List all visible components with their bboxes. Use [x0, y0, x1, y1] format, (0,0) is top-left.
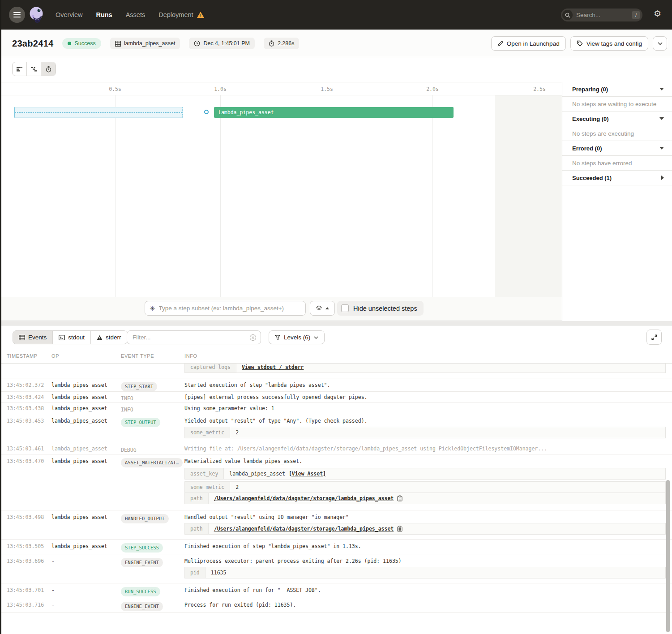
view-stdout-stderr-link[interactable]: View stdout / stderr: [242, 364, 304, 370]
settings-gear-icon[interactable]: ⚙: [654, 9, 661, 18]
chevron-down-icon: [659, 117, 664, 120]
step-status-sidebar: Preparing (0) No steps are waiting to ex…: [562, 82, 672, 321]
clear-filter-icon[interactable]: [249, 334, 257, 341]
expand-icon: [651, 334, 658, 341]
waterfall-view-button[interactable]: [27, 62, 41, 76]
log-timestamp: 13:45:03.696: [0, 554, 47, 583]
start-time-label: Dec 4, 1:45:01 PM: [203, 40, 250, 47]
axis-tick: 1.0s: [214, 86, 227, 92]
log-row[interactable]: 13:45:03.453 lambda_pipes_asset STEP_OUT…: [0, 414, 672, 443]
panel-divider[interactable]: [0, 321, 672, 326]
nav-item-overview[interactable]: Overview: [56, 11, 82, 18]
success-dot-icon: [68, 42, 71, 45]
metadata-entry: path /Users/alangenfeld/data/dagster/sto…: [184, 493, 666, 504]
metadata-entry: captured_logs View stdout / stderr: [184, 364, 666, 373]
log-row[interactable]: captured_logs View stdout / stderr: [0, 364, 672, 378]
log-row[interactable]: 13:45:03.505 lambda_pipes_asset STEP_SUC…: [0, 540, 672, 554]
sidebar-section-preparing[interactable]: Preparing (0): [562, 82, 672, 97]
graph-query-options-button[interactable]: [310, 301, 335, 316]
job-tag[interactable]: lambda_pipes_asset: [110, 38, 180, 49]
section-label: Errored (0): [572, 145, 602, 152]
log-row[interactable]: 13:45:03.701 - RUN_SUCCESS Finished exec…: [0, 583, 672, 598]
open-in-launchpad-button[interactable]: Open in Launchpad: [491, 36, 566, 51]
tab-stderr[interactable]: stderr: [91, 331, 127, 344]
log-timestamp: 13:45:03.453: [0, 414, 47, 443]
funnel-icon: [275, 335, 280, 340]
gantt-step-bar-label: lambda_pipes_asset: [218, 109, 274, 116]
tab-events[interactable]: Events: [13, 331, 53, 344]
nav-item-assets[interactable]: Assets: [126, 11, 146, 18]
after-run-shading: [495, 95, 562, 321]
dagster-logo-icon[interactable]: [28, 6, 45, 24]
log-row[interactable]: 13:45:03.696 - ENGINE_EVENT Multiprocess…: [0, 554, 672, 583]
log-row[interactable]: 13:45:03.438 lambda_pipes_asset INFO Usi…: [0, 403, 672, 414]
log-filter-input[interactable]: [133, 334, 249, 341]
path-link[interactable]: /Users/alangenfeld/data/dagster/storage/…: [214, 526, 394, 532]
log-filter-field[interactable]: [127, 330, 261, 344]
view-asset-link[interactable]: [View Asset]: [289, 471, 326, 477]
path-link[interactable]: /Users/alangenfeld/data/dagster/storage/…: [214, 495, 394, 501]
sidebar-section-errored[interactable]: Errored (0): [562, 141, 672, 156]
axis-tick: 2.5s: [533, 86, 546, 92]
log-timestamp: 13:45:03.461: [0, 443, 47, 454]
timed-view-button[interactable]: [41, 62, 56, 76]
tab-stdout[interactable]: stdout: [53, 331, 91, 344]
log-message: Handled output "result" using IO manager…: [184, 514, 666, 520]
flat-view-button[interactable]: [13, 62, 27, 76]
log-row[interactable]: 13:45:03.716 - ENGINE_EVENT Process for …: [0, 598, 672, 613]
log-fullscreen-button[interactable]: [646, 330, 662, 345]
event-type-badge: ASSET_MATERIALIZAT…: [121, 458, 183, 467]
chevron-down-icon: [659, 88, 664, 90]
copy-icon[interactable]: [397, 495, 402, 501]
log-scrollbar-thumb[interactable]: [666, 480, 670, 632]
copy-icon[interactable]: [397, 526, 402, 532]
section-label: Preparing (0): [572, 86, 608, 93]
duration-label: 2.286s: [278, 40, 295, 47]
gantt-step-bar[interactable]: lambda_pipes_asset: [214, 107, 454, 118]
sidebar-section-succeeded[interactable]: Succeeded (1): [562, 171, 672, 185]
flat-view-icon: [16, 66, 23, 72]
log-message: Yielded output "result" of type "Any". (…: [184, 418, 666, 424]
log-timestamp: 13:45:03.470: [0, 454, 47, 510]
terminal-icon: [59, 335, 65, 340]
search-shortcut-key: /: [632, 11, 640, 19]
log-op: lambda_pipes_asset: [47, 510, 116, 539]
step-subset-field[interactable]: ✳: [145, 301, 306, 316]
tag-icon: [577, 40, 583, 47]
log-timestamp: 13:45:03.498: [0, 510, 47, 539]
log-message: Using some_parameter value: 1: [179, 403, 672, 414]
log-message: Process for run exited (pid: 11635).: [179, 598, 672, 613]
gantt-footer: ✳ Hide unselected steps: [0, 297, 562, 321]
levels-filter-label: Levels (6): [284, 334, 310, 341]
nav-item-deployment[interactable]: Deployment !: [158, 11, 204, 18]
event-type-badge: STEP_START: [121, 382, 157, 391]
col-event-type: EVENT TYPE: [116, 349, 179, 363]
log-row[interactable]: 13:45:03.498 lambda_pipes_asset HANDLED_…: [0, 510, 672, 540]
axis-tick: 1.5s: [321, 86, 333, 92]
executing-empty-text: No steps are executing: [562, 126, 672, 141]
duration-tag: 2.286s: [264, 38, 300, 49]
tab-events-label: Events: [28, 334, 47, 341]
hamburger-menu-icon[interactable]: [9, 7, 25, 23]
log-op: lambda_pipes_asset: [47, 403, 116, 414]
log-row[interactable]: 13:45:03.470 lambda_pipes_asset ASSET_MA…: [0, 454, 672, 510]
step-subset-input[interactable]: [159, 305, 301, 312]
run-header-more-button[interactable]: [653, 36, 667, 51]
log-row[interactable]: 13:45:02.372 lambda_pipes_asset STEP_STA…: [0, 378, 672, 392]
log-message: Writing file at: /Users/alangenfeld/data…: [179, 443, 672, 454]
global-search[interactable]: /: [561, 9, 642, 21]
levels-filter-button[interactable]: Levels (6): [269, 330, 325, 344]
view-tags-config-button[interactable]: View tags and config: [570, 36, 648, 51]
search-input[interactable]: [573, 12, 632, 18]
chevron-up-icon: [325, 307, 329, 309]
log-timestamp: 13:45:03.716: [0, 598, 47, 613]
nav-item-runs[interactable]: Runs: [96, 11, 112, 18]
nav-item-deployment-label: Deployment: [158, 11, 193, 18]
log-row[interactable]: 13:45:03.424 lambda_pipes_asset INFO [pi…: [0, 392, 672, 403]
log-row[interactable]: 13:45:03.461 lambda_pipes_asset DEBUG Wr…: [0, 443, 672, 454]
axis-tick: 0.5s: [109, 86, 121, 92]
sidebar-section-executing[interactable]: Executing (0): [562, 111, 672, 126]
dependency-marker-icon: [204, 110, 209, 114]
hide-unselected-checkbox[interactable]: [341, 304, 349, 312]
log-timestamp: 13:45:02.372: [0, 378, 47, 391]
